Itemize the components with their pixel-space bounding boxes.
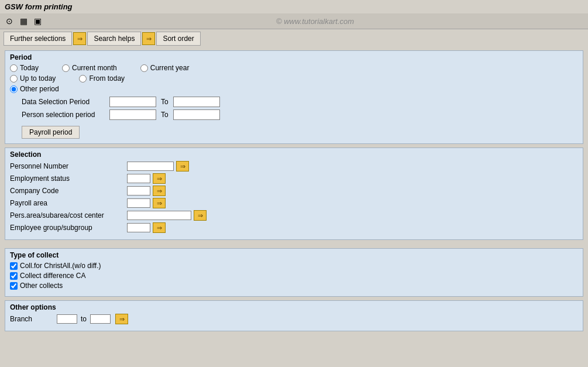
employment-status-label: Employment status (10, 174, 127, 183)
employment-status-arrow[interactable]: ⇒ (153, 173, 166, 184)
radio-current-year[interactable]: Current year (140, 64, 190, 72)
employee-group-input[interactable] (127, 223, 150, 232)
other-period-section: Other period Data Selection Period To Pe… (10, 85, 578, 139)
employee-group-row: Employee group/subgroup ⇒ (10, 222, 578, 233)
toolbar-icon-2[interactable]: ▦ (18, 15, 29, 27)
main-content: Period Today Current month Current year … (0, 48, 588, 337)
period-section: Period Today Current month Current year … (5, 50, 583, 144)
radio-from-today[interactable]: From today (79, 74, 125, 83)
radio-current-year-input[interactable] (140, 64, 148, 72)
coll-christall-row: Coll.for ChristAll.(w/o diff.) (10, 262, 578, 270)
collect-diff-ca-row: Collect difference CA (10, 272, 578, 280)
radio-other-period-input[interactable] (10, 85, 18, 93)
pers-area-label: Pers.area/subarea/cost center (10, 211, 127, 219)
personnel-number-input[interactable] (127, 162, 174, 171)
type-of-collect-section: Type of collect Coll.for ChristAll.(w/o … (5, 248, 583, 297)
pers-area-arrow[interactable]: ⇒ (194, 210, 207, 221)
branch-to-label: to (81, 315, 87, 323)
coll-christall-label: Coll.for ChristAll.(w/o diff.) (20, 262, 101, 270)
other-collects-label: Other collects (20, 282, 63, 290)
payroll-area-label: Payroll area (10, 199, 127, 207)
other-options-section: Other options Branch to ⇒ (5, 300, 583, 331)
radio-today[interactable]: Today (10, 64, 39, 72)
employee-group-label: Employee group/subgroup (10, 224, 127, 232)
employment-status-row: Employment status ⇒ (10, 173, 578, 184)
data-selection-period-row: Data Selection Period To (22, 97, 578, 107)
toolbar-icon-1[interactable]: ⊙ (4, 15, 15, 27)
company-code-row: Company Code ⇒ (10, 186, 578, 196)
person-selection-from-input[interactable] (109, 109, 156, 120)
radio-today-input[interactable] (10, 64, 18, 72)
payroll-area-row: Payroll area ⇒ (10, 198, 578, 208)
watermark: © www.tutorialkart.com (46, 17, 584, 26)
radio-up-to-today[interactable]: Up to today (10, 74, 56, 83)
company-code-arrow[interactable]: ⇒ (153, 186, 166, 196)
selection-section: Selection Personnel Number ⇒ Employment … (5, 148, 583, 240)
data-selection-from-input[interactable] (109, 97, 156, 107)
pers-area-input[interactable] (127, 211, 191, 220)
period-row-1: Today Current month Current year (10, 64, 578, 72)
collect-diff-ca-label: Collect difference CA (20, 272, 86, 280)
radio-up-to-today-input[interactable] (10, 75, 18, 83)
data-selection-to-label: To (161, 98, 169, 106)
tab-search-helps[interactable]: Search helps (87, 32, 141, 46)
data-selection-period-label: Data Selection Period (22, 98, 109, 106)
personnel-number-arrow[interactable]: ⇒ (176, 161, 189, 172)
period-header: Period (10, 53, 578, 61)
branch-label: Branch (10, 315, 57, 323)
personnel-number-row: Personnel Number ⇒ (10, 161, 578, 172)
selection-header: Selection (10, 150, 578, 159)
title-bar: GSW form printing (0, 0, 588, 13)
collect-diff-ca-checkbox[interactable] (10, 272, 18, 280)
employment-status-input[interactable] (127, 174, 150, 183)
employee-group-arrow[interactable]: ⇒ (153, 222, 166, 233)
pers-area-row: Pers.area/subarea/cost center ⇒ (10, 210, 578, 221)
type-of-collect-header: Type of collect (10, 251, 578, 259)
toolbar: ⊙ ▦ ▣ © www.tutorialkart.com (0, 13, 588, 29)
period-row-2: Up to today From today (10, 74, 578, 83)
person-selection-to-input[interactable] (173, 109, 220, 120)
payroll-period-button[interactable]: Payroll period (22, 126, 80, 139)
coll-christall-checkbox[interactable] (10, 262, 18, 270)
tab-arrow-1[interactable]: ⇒ (73, 32, 86, 45)
company-code-input[interactable] (127, 186, 150, 195)
radio-from-today-input[interactable] (79, 75, 87, 83)
branch-arrow[interactable]: ⇒ (115, 314, 128, 324)
person-selection-period-row: Person selection period To (22, 109, 578, 120)
data-selection-to-input[interactable] (173, 97, 220, 107)
tab-further-selections[interactable]: Further selections (4, 32, 72, 46)
person-selection-to-label: To (161, 111, 169, 119)
other-collects-row: Other collects (10, 282, 578, 290)
app-title: GSW form printing (5, 2, 73, 11)
radio-current-month-input[interactable] (62, 64, 70, 72)
radio-current-month[interactable]: Current month (62, 64, 117, 72)
personnel-number-label: Personnel Number (10, 162, 127, 170)
company-code-label: Company Code (10, 187, 127, 195)
person-selection-period-label: Person selection period (22, 111, 109, 119)
tab-arrow-2[interactable]: ⇒ (142, 32, 155, 45)
radio-other-period[interactable]: Other period (10, 85, 578, 93)
tabs-bar: Further selections ⇒ Search helps ⇒ Sort… (0, 29, 588, 48)
other-options-header: Other options (10, 303, 578, 311)
branch-from-input[interactable] (57, 314, 77, 324)
payroll-area-arrow[interactable]: ⇒ (153, 198, 166, 208)
other-collects-checkbox[interactable] (10, 282, 18, 290)
tab-sort-order[interactable]: Sort order (156, 32, 200, 46)
branch-to-input[interactable] (90, 314, 111, 324)
toolbar-icon-3[interactable]: ▣ (32, 15, 43, 27)
payroll-area-input[interactable] (127, 198, 150, 208)
branch-row: Branch to ⇒ (10, 314, 578, 324)
